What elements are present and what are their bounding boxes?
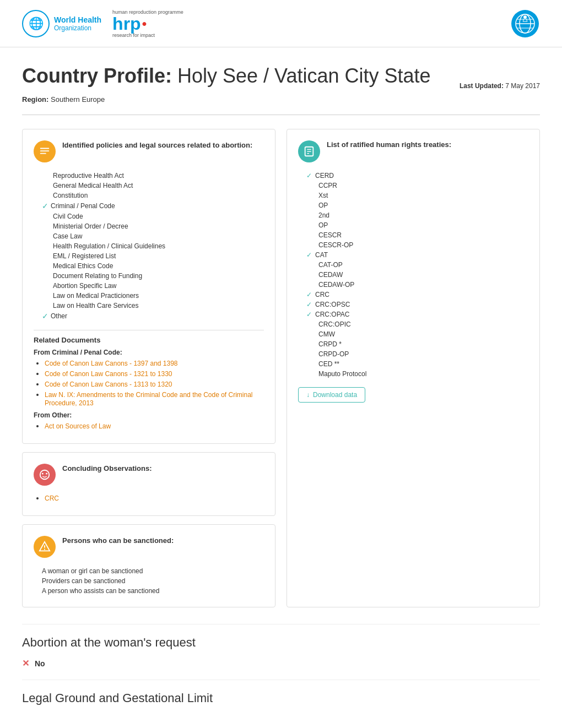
- treaty-item: OP: [306, 220, 528, 230]
- policies-card: Identified policies and legal sources re…: [22, 129, 275, 444]
- treaty-item-text: CED **: [318, 360, 339, 368]
- svg-rect-10: [40, 150, 50, 151]
- doc-link[interactable]: Act on Sources of Law: [45, 422, 111, 430]
- policies-icon: [34, 140, 56, 162]
- check-icon: ✓: [42, 202, 48, 210]
- who-name-bold: World Health: [54, 15, 101, 24]
- last-updated-label: Last Updated:: [460, 82, 504, 90]
- legal-section: Legal Ground and Gestational Limit: [22, 691, 540, 705]
- hrp-brand-text: hrp: [112, 15, 141, 32]
- policies-card-header: Identified policies and legal sources re…: [34, 140, 264, 162]
- list-item: Code of Canon Law Canons - 1397 and 1398: [45, 359, 264, 367]
- treaty-item-text: CAT-OP: [318, 261, 343, 269]
- treaty-item: CAT-OP: [306, 260, 528, 270]
- treaties-card-title: List of ratified human rights treaties:: [327, 140, 451, 149]
- doc-link[interactable]: Code of Canon Law Canons - 1321 to 1330: [45, 370, 172, 378]
- who-logo: 🌐 World Health Organization: [22, 10, 101, 37]
- treaties-list: ✓CERDCCPRXstOP2ndOPCESCRCESCR-OP✓CATCAT-…: [298, 171, 528, 379]
- svg-point-16: [44, 549, 45, 550]
- treaty-item: Xst: [306, 191, 528, 200]
- from-criminal-title: From Criminal / Penal Code:: [34, 349, 264, 356]
- last-updated-value: 7 May 2017: [505, 82, 540, 90]
- un-emblem-icon: [511, 10, 539, 37]
- check-icon: ✓: [306, 291, 312, 298]
- treaty-item-text: CAT: [315, 251, 328, 259]
- sanctions-card-header: Persons who can be sanctioned:: [34, 536, 264, 558]
- treaty-item: CRPD-OP: [306, 349, 528, 359]
- check-icon: ✓: [42, 312, 48, 320]
- list-item: Code of Canon Law Canons - 1313 to 1320: [45, 380, 264, 388]
- svg-rect-9: [40, 148, 50, 149]
- other-docs-list: Act on Sources of Law: [45, 422, 264, 430]
- policy-item-text: Health Regulation / Clinical Guidelines: [53, 242, 165, 250]
- treaty-item: CESCR-OP: [306, 240, 528, 250]
- doc-link[interactable]: Code of Canon Law Canons - 1397 and 1398: [45, 360, 178, 367]
- region-row: Region: Southern Europe: [22, 95, 540, 104]
- check-icon: ✓: [306, 251, 312, 259]
- treaty-item-text: CMW: [318, 330, 335, 338]
- policy-item: Constitution: [42, 191, 264, 200]
- left-column: Identified policies and legal sources re…: [22, 129, 275, 607]
- policy-item: Abortion Specific Law: [42, 281, 264, 291]
- svg-point-5: [523, 15, 527, 19]
- page-content: Country Profile: Holy See / Vatican City…: [0, 47, 562, 728]
- hrp-sub-text: research for impact: [112, 32, 155, 38]
- treaty-item: ✓CAT: [306, 250, 528, 260]
- concluding-card-title: Concluding Observations:: [62, 464, 152, 474]
- treaties-card-header: List of ratified human rights treaties:: [298, 140, 528, 162]
- policy-item: ✓Other: [42, 311, 264, 322]
- sanctions-list: A woman or girl can be sanctionedProvide…: [42, 566, 264, 596]
- policy-item: Medical Ethics Code: [42, 261, 264, 271]
- check-icon: ✓: [306, 301, 312, 308]
- check-icon: ✓: [306, 172, 312, 180]
- treaty-item: ✓CRC: [306, 290, 528, 300]
- policy-item-text: Other: [51, 312, 67, 320]
- who-text: World Health Organization: [54, 15, 101, 32]
- policy-item: ✓Criminal / Penal Code: [42, 200, 264, 211]
- concluding-docs-list: CRC: [45, 494, 264, 502]
- list-item: Code of Canon Law Canons - 1321 to 1330: [45, 370, 264, 378]
- un-logo: [510, 8, 540, 39]
- treaties-icon: [298, 140, 320, 162]
- policy-item: Law on Health Care Services: [42, 301, 264, 311]
- treaty-item-text: CEDAW-OP: [318, 281, 354, 289]
- treaty-item: ✓CRC:OPSC: [306, 300, 528, 309]
- treaty-item-text: CRC:OPSC: [315, 301, 350, 308]
- svg-rect-11: [40, 153, 46, 154]
- policy-item: Document Relating to Funding: [42, 271, 264, 281]
- sanctions-item: A woman or girl can be sanctioned: [42, 566, 264, 576]
- doc-link[interactable]: Code of Canon Law Canons - 1313 to 1320: [45, 381, 172, 388]
- policy-item-text: Civil Code: [53, 213, 83, 220]
- sanctions-item: Providers can be sanctioned: [42, 576, 264, 586]
- title-normal: Holy See / Vatican City State: [177, 64, 431, 87]
- criminal-docs-list: Code of Canon Law Canons - 1397 and 1398…: [45, 359, 264, 407]
- policy-item-text: Criminal / Penal Code: [51, 202, 115, 210]
- doc-link[interactable]: Law N. IX: Amendments to the Criminal Co…: [45, 391, 253, 407]
- policy-item: Health Regulation / Clinical Guidelines: [42, 241, 264, 251]
- treaty-item: ✓CERD: [306, 171, 528, 181]
- treaty-item-text: CEDAW: [318, 271, 343, 279]
- treaty-item-text: OP: [318, 202, 328, 209]
- policies-card-title: Identified policies and legal sources re…: [62, 140, 252, 150]
- policy-item: Law on Medical Practicioners: [42, 291, 264, 301]
- abortion-section: Abortion at the woman's request ✕ No: [22, 635, 540, 669]
- concluding-link[interactable]: CRC: [45, 495, 59, 502]
- treaties-card: List of ratified human rights treaties: …: [287, 129, 540, 607]
- svg-point-13: [42, 473, 44, 475]
- treaty-item: Maputo Protocol: [306, 369, 528, 379]
- policy-item: Civil Code: [42, 211, 264, 221]
- policy-item: Case Law: [42, 231, 264, 241]
- download-button[interactable]: ↓ Download data: [298, 387, 365, 403]
- treaty-item-text: CRPD *: [318, 340, 342, 348]
- treaty-item-text: CESCR: [318, 231, 342, 239]
- policy-item-text: General Medical Health Act: [53, 182, 133, 189]
- policy-item-text: EML / Registered List: [53, 252, 116, 260]
- related-docs-title: Related Documents: [34, 330, 264, 344]
- treaty-item: CEDAW-OP: [306, 280, 528, 290]
- treaty-item-text: 2nd: [318, 211, 329, 219]
- concluding-card: Concluding Observations: CRC: [22, 452, 275, 516]
- main-grid: Identified policies and legal sources re…: [22, 129, 540, 607]
- region-label: Region:: [22, 95, 48, 104]
- download-label: Download data: [313, 391, 357, 399]
- page-header: 🌐 World Health Organization human reprod…: [0, 0, 562, 47]
